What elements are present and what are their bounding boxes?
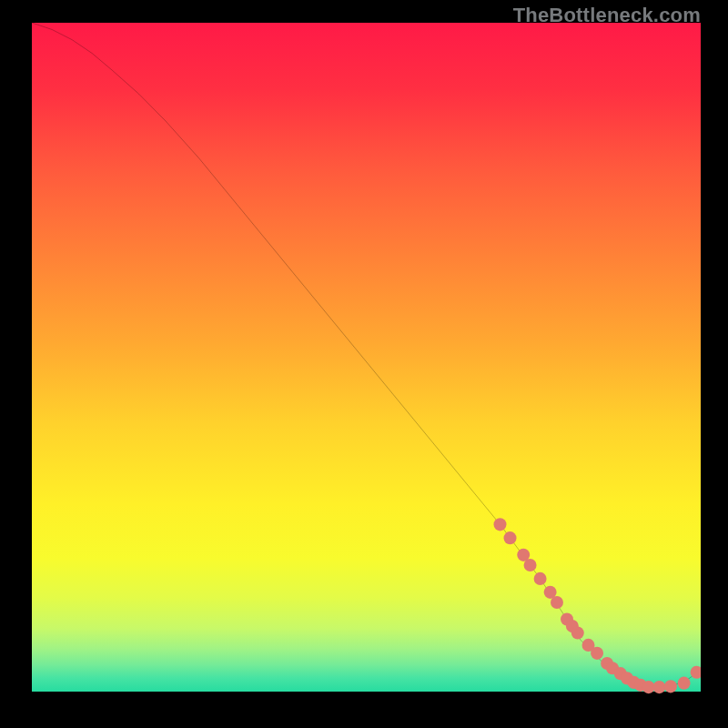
marker-dot — [664, 680, 677, 693]
curve-layer — [32, 23, 701, 701]
marker-dot — [524, 559, 537, 571]
marker-group — [494, 518, 701, 693]
marker-dot — [504, 531, 517, 544]
marker-dot — [551, 596, 563, 609]
plot-area — [32, 23, 701, 701]
marker-dot — [494, 518, 507, 531]
marker-dot — [652, 681, 665, 693]
marker-dot — [678, 677, 691, 690]
chart-stage: TheBottleneck.com — [0, 0, 728, 728]
marker-dot — [591, 647, 603, 660]
marker-dot — [571, 626, 584, 639]
marker-dot — [534, 572, 547, 585]
curve-line — [32, 23, 701, 687]
marker-dot — [691, 666, 701, 679]
